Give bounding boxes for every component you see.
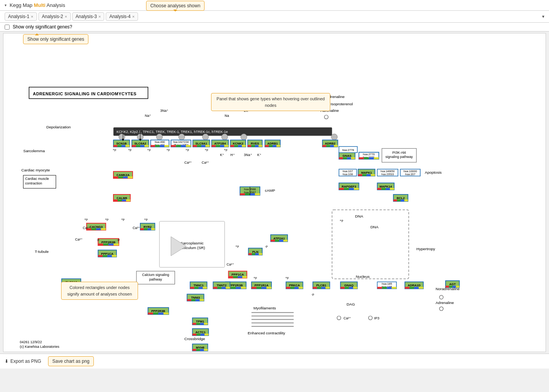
svg-text:hsa:1027234: hsa:1027234 [173, 141, 188, 143]
svg-rect-248 [261, 287, 266, 289]
svg-rect-271 [409, 287, 414, 289]
svg-text:Ca²⁺: Ca²⁺ [201, 161, 209, 164]
svg-text:-p: -p [117, 238, 120, 241]
svg-rect-319 [226, 287, 230, 289]
svg-text:GNAS: GNAS [343, 154, 351, 158]
svg-rect-270 [405, 287, 409, 289]
svg-rect-59 [201, 145, 205, 147]
svg-text:Cardiac muscle: Cardiac muscle [25, 177, 49, 181]
svg-text:RVES: RVES [251, 142, 259, 145]
svg-rect-174 [151, 228, 155, 230]
svg-rect-223 [332, 210, 409, 279]
svg-rect-185 [107, 255, 112, 257]
svg-text:hsa:23533: hsa:23533 [381, 173, 394, 176]
svg-text:contraction: contraction [25, 181, 42, 185]
svg-rect-273 [419, 287, 423, 289]
svg-rect-265 [345, 287, 349, 289]
svg-text:hsa:146650: hsa:146650 [381, 170, 395, 173]
svg-rect-325 [200, 299, 204, 301]
svg-text:PLCB1: PLCB1 [316, 284, 327, 287]
svg-rect-103 [374, 157, 379, 159]
svg-text:Ca²⁺: Ca²⁺ [185, 161, 192, 164]
svg-text:TNNC1: TNNC1 [193, 284, 204, 287]
svg-rect-260 [321, 287, 326, 289]
svg-rect-278 [382, 287, 387, 289]
svg-rect-153 [122, 199, 126, 201]
svg-rect-72 [242, 145, 246, 147]
svg-point-26 [221, 134, 228, 140]
svg-text:ACTC1: ACTC1 [195, 331, 206, 334]
svg-rect-45 [155, 145, 160, 147]
tab-close-2[interactable]: × [65, 14, 67, 19]
tab-close-1[interactable]: × [31, 14, 33, 19]
svg-rect-102 [369, 157, 374, 159]
svg-rect-241 [233, 276, 238, 278]
svg-rect-198 [259, 253, 262, 255]
svg-rect-31 [113, 145, 117, 147]
svg-rect-71 [238, 145, 242, 147]
svg-text:PPP2R3B: PPP2R3B [229, 284, 243, 287]
svg-rect-343 [204, 349, 208, 351]
svg-text:Noradrenaline: Noradrenaline [436, 287, 460, 291]
svg-rect-52 [176, 145, 181, 147]
save-tooltip: Save chart as png [48, 356, 94, 366]
svg-text:ADRENERGIC SIGNALING IN CARDIO: ADRENERGIC SIGNALING IN CARDIOMYCYTES [33, 91, 137, 96]
tab-close-4[interactable]: × [132, 14, 135, 19]
svg-text:Na: Na [225, 114, 229, 118]
svg-rect-318 [221, 287, 226, 289]
svg-rect-277 [377, 287, 382, 289]
significant-checkbox[interactable] [5, 25, 10, 30]
top-bar: ▾ Kegg Map Multi Analysis Choose analyse… [0, 0, 549, 11]
svg-rect-152 [118, 199, 122, 201]
svg-rect-168 [101, 228, 106, 230]
svg-rect-313 [203, 287, 207, 289]
svg-text:Sarcoplasmic: Sarcoplasmic [181, 241, 204, 245]
export-png-button[interactable]: ⬇ Export as PNG [5, 359, 41, 364]
bottom-bar: ⬇ Export as PNG Save chart as png [0, 354, 549, 369]
significant-tooltip: Show only significant genes [23, 34, 88, 44]
svg-text:Calcium signaling: Calcium signaling [142, 273, 169, 277]
svg-text:Ca²⁺: Ca²⁺ [75, 238, 82, 241]
svg-rect-112 [362, 174, 366, 176]
svg-point-27 [241, 134, 247, 140]
tab-close-3[interactable]: × [98, 14, 101, 19]
svg-rect-252 [286, 287, 290, 289]
svg-rect-317 [217, 287, 221, 289]
collapse-icon[interactable]: ▾ [5, 3, 7, 7]
svg-text:+p: +p [166, 148, 170, 151]
app-title: Kegg Map Multi Analysis [10, 2, 65, 8]
tabs-bar: Analysis-1 × Analysis-2 × Analysis-3 × A… [0, 11, 549, 23]
tab-analysis-3[interactable]: Analysis-3 × [72, 12, 105, 21]
svg-text:hsa:207: hsa:207 [405, 173, 416, 176]
svg-rect-100 [359, 157, 364, 159]
svg-rect-32 [117, 145, 121, 147]
svg-rect-46 [160, 145, 165, 147]
svg-point-293 [439, 295, 443, 299]
svg-rect-335 [196, 334, 200, 336]
tab-analysis-1[interactable]: Analysis-1 × [5, 12, 37, 21]
tab-analysis-2[interactable]: Analysis-2 × [38, 12, 71, 21]
svg-rect-130 [354, 188, 359, 190]
svg-rect-307 [241, 287, 246, 289]
svg-rect-261 [326, 287, 330, 289]
svg-text:Sarcolemma: Sarcolemma [23, 149, 45, 153]
svg-rect-89 [330, 145, 334, 147]
svg-rect-246 [251, 287, 256, 289]
svg-rect-331 [204, 323, 208, 325]
svg-rect-167 [96, 228, 101, 230]
svg-rect-240 [228, 276, 233, 278]
svg-rect-254 [294, 287, 299, 289]
svg-text:SCN1B: SCN1B [116, 142, 126, 145]
svg-rect-127 [339, 188, 344, 190]
svg-text:+p: +p [235, 244, 239, 248]
svg-text:PPP1R1A: PPP1R1A [255, 284, 269, 287]
svg-rect-158 [240, 193, 245, 195]
svg-rect-197 [255, 253, 259, 255]
tabs-dropdown-icon[interactable]: ▾ [542, 14, 544, 19]
tab-label: Analysis-3 [76, 14, 97, 19]
tab-analysis-4[interactable]: Analysis-4 × [106, 12, 138, 21]
svg-rect-166 [92, 228, 96, 230]
svg-text:ADRA1D: ADRA1D [408, 284, 421, 287]
svg-text:Ca²⁺: Ca²⁺ [226, 262, 234, 266]
svg-rect-324 [195, 299, 200, 301]
